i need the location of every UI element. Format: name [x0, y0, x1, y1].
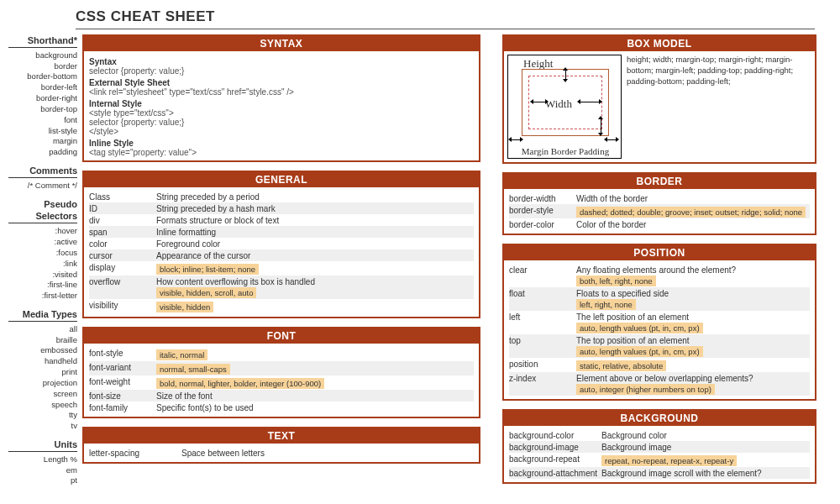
sidebar-item: projection	[8, 378, 77, 389]
prop-val: Appearance of the cursor	[156, 251, 474, 260]
table-row: font-variantnormal, small-caps	[89, 361, 474, 375]
prop-key: letter-spacing	[89, 449, 181, 458]
table-row: background-repeatrepeat, no-repeat, repe…	[509, 453, 810, 467]
sidebar-item: :first-letter	[8, 291, 77, 302]
panel-head-font: FONT	[84, 328, 479, 344]
panel-general: GENERAL ClassString preceded by a period…	[82, 171, 480, 318]
panel-body-text: letter-spacingSpace between letters	[84, 444, 479, 462]
sidebar-group-pseudo: Pseudo Selectors	[8, 198, 77, 224]
panel-body-font: font-styleitalic, normalfont-variantnorm…	[84, 344, 479, 417]
panel-head-general: GENERAL	[84, 172, 479, 187]
prop-key: font-variant	[89, 363, 156, 372]
prop-key: ID	[89, 204, 156, 213]
prop-key: visibility	[89, 301, 156, 310]
sidebar-item: background	[8, 50, 77, 61]
prop-key: background-color	[509, 431, 601, 440]
prop-options: normal, small-caps	[156, 364, 230, 375]
prop-val: Color of the border	[576, 220, 810, 229]
sidebar-item: /* Comment */	[8, 181, 77, 192]
prop-desc: Space between letters	[181, 449, 474, 458]
prop-key: top	[509, 336, 576, 345]
table-row: letter-spacingSpace between letters	[89, 447, 474, 459]
panel-head-boxmodel: BOX MODEL	[504, 36, 815, 51]
prop-val: normal, small-caps	[156, 363, 474, 375]
table-row: border-widthWidth of the border	[509, 192, 810, 204]
panel-body-background: background-colorBackground colorbackgrou…	[504, 426, 815, 482]
table-row: border-colorColor of the border	[509, 218, 810, 230]
prop-val: static, relative, absolute	[576, 360, 810, 371]
table-row: overflowHow content overflowing its box …	[89, 276, 474, 299]
prop-desc: Inline formatting	[156, 228, 474, 237]
sidebar-item: pt	[8, 475, 77, 486]
sidebar-comments-list: /* Comment */	[8, 181, 77, 192]
arrow-icon	[607, 139, 616, 140]
prop-key: color	[89, 239, 156, 249]
prop-options: auto, length values (pt, in, cm, px)	[576, 323, 703, 333]
prop-val: How content overflowing its box is handl…	[156, 277, 474, 298]
prop-val: Width of the border	[576, 194, 810, 203]
boxmodel-props: height; width; margin-top; margin-right;…	[627, 55, 811, 159]
panel-position: POSITION clearAny floating elements arou…	[502, 244, 816, 401]
external-code: <link rel="stylesheet" type="text/css" h…	[89, 87, 474, 97]
prop-desc: Background image scroll with the element…	[601, 469, 810, 478]
prop-val: The left position of an elementauto, len…	[576, 312, 810, 333]
sidebar-group-units: Units	[8, 438, 77, 452]
prop-options: both, left, right, none	[576, 276, 656, 286]
prop-val: Foreground color	[156, 239, 474, 249]
inline-label: Inline Style	[89, 139, 474, 148]
table-row: font-sizeSize of the font	[89, 390, 474, 402]
prop-val: String preceded by a hash mark	[156, 204, 474, 213]
panel-font: FONT font-styleitalic, normalfont-varian…	[82, 327, 480, 418]
table-row: positionstatic, relative, absolute	[509, 358, 810, 372]
sidebar-item: border-top	[8, 104, 77, 115]
arrow-icon	[580, 102, 599, 102]
boxmodel-body: Height Width Margin Border Padding	[504, 51, 815, 162]
prop-val: visible, hidden	[156, 301, 474, 312]
prop-options: dashed; dotted; double; groove; inset; o…	[576, 207, 806, 218]
prop-key: div	[89, 216, 156, 225]
table-row: spanInline formatting	[89, 226, 474, 238]
column-right: BOX MODEL Height Width	[502, 34, 816, 484]
sidebar-group-media: Media Types	[8, 308, 77, 322]
prop-key: span	[89, 228, 156, 237]
sidebar-item: tty	[8, 410, 77, 421]
table-row: IDString preceded by a hash mark	[89, 202, 474, 214]
prop-options: static, relative, absolute	[576, 360, 666, 371]
prop-key: left	[509, 312, 576, 322]
prop-val: Space between letters	[181, 449, 474, 458]
prop-desc: The top position of an element	[576, 336, 810, 345]
prop-key: border-width	[509, 194, 576, 203]
sidebar-item: all	[8, 324, 77, 335]
arrow-icon	[533, 102, 545, 102]
prop-key: position	[509, 360, 576, 369]
prop-desc: String preceded by a hash mark	[156, 204, 474, 213]
internal-code-3: </style>	[89, 127, 474, 136]
internal-label: Internal Style	[89, 99, 474, 108]
table-row: background-colorBackground color	[509, 429, 810, 441]
prop-val: Any floating elements around the element…	[576, 265, 810, 286]
prop-desc: String preceded by a period	[156, 192, 474, 202]
sidebar-group-shorthand: Shorthand*	[8, 34, 77, 48]
table-row: background-attachmentBackground image sc…	[509, 467, 810, 479]
prop-val: Inline formatting	[156, 228, 474, 237]
boxmodel-diagram: Height Width Margin Border Padding	[507, 55, 622, 159]
sidebar-item: border-right	[8, 93, 77, 104]
sidebar-media-list: allbrailleembossedhandheldprintprojectio…	[8, 324, 77, 432]
prop-key: float	[509, 289, 576, 298]
table-row: colorForeground color	[89, 238, 474, 249]
panel-text: TEXT letter-spacingSpace between letters	[82, 427, 480, 464]
sidebar-units-list: Length %empt	[8, 454, 77, 486]
arrow-icon	[601, 119, 601, 133]
sidebar-item: :visited	[8, 270, 77, 281]
sidebar-item: em	[8, 465, 77, 476]
prop-desc: Floats to a specified side	[576, 289, 810, 298]
table-row: visibilityvisible, hidden	[89, 299, 474, 313]
sidebar-item: print	[8, 367, 77, 378]
sidebar-item: braille	[8, 335, 77, 346]
sidebar-item: padding	[8, 147, 77, 158]
prop-desc: Element above or below overlapping eleme…	[576, 374, 810, 383]
inline-code: <tag style="property: value">	[89, 148, 474, 157]
prop-val: The top position of an elementauto, leng…	[576, 336, 810, 357]
prop-options: visible, hidden	[156, 302, 213, 312]
sidebar: Shorthand* backgroundborderborder-bottom…	[8, 34, 82, 486]
